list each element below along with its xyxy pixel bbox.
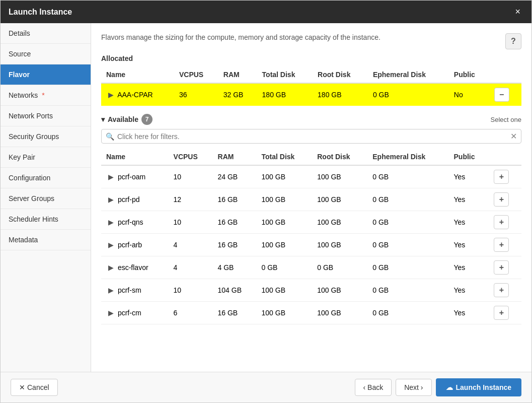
- col-header-vcpus: VCPUS: [174, 66, 218, 83]
- avail-row-total-disk: 100 GB: [257, 165, 313, 188]
- sidebar-item-details[interactable]: Details: [1, 23, 91, 44]
- footer-right: ‹ Back Next › ☁ Launch Instance: [355, 378, 522, 396]
- col-header-public: Public: [449, 66, 489, 83]
- sidebar-item-server-groups[interactable]: Server Groups: [1, 188, 91, 209]
- available-count-badge: 7: [141, 114, 153, 125]
- available-table-row: ▶ esc-flavor 4 4 GB 0 GB 0 GB 0 GB Yes +: [101, 256, 521, 279]
- close-button[interactable]: ×: [512, 6, 523, 18]
- avail-col-action: [489, 149, 521, 165]
- add-flavor-button[interactable]: +: [494, 170, 509, 184]
- avail-col-ram: RAM: [213, 149, 257, 165]
- main-content: Flavors manage the sizing for the comput…: [91, 23, 531, 372]
- available-left: ▾ Available 7: [101, 114, 153, 125]
- add-flavor-button[interactable]: +: [494, 192, 509, 207]
- avail-row-action: +: [489, 302, 521, 324]
- row-name: AAA-CPAR: [117, 91, 153, 99]
- avail-expand-cell: ▶ esc-flavor: [101, 256, 169, 279]
- row-vcpus: 36: [174, 83, 218, 106]
- avail-row-root-disk: 100 GB: [312, 188, 367, 211]
- filter-bar: 🔍 ✕: [101, 129, 521, 144]
- sidebar-item-configuration[interactable]: Configuration: [1, 168, 91, 188]
- expand-avail-row-button[interactable]: ▶: [106, 286, 116, 294]
- avail-row-total-disk: 100 GB: [257, 234, 313, 256]
- clear-filter-icon[interactable]: ✕: [510, 131, 517, 141]
- sidebar-item-source[interactable]: Source: [1, 44, 91, 64]
- allocated-table: Name VCPUS RAM Total Disk Root Disk Ephe…: [101, 66, 521, 106]
- sidebar-item-networks[interactable]: Networks *: [1, 85, 91, 106]
- sidebar-item-scheduler-hints[interactable]: Scheduler Hints: [1, 209, 91, 230]
- avail-row-public: Yes: [449, 211, 489, 234]
- avail-row-total-disk: 100 GB: [257, 302, 313, 324]
- available-header: ▾ Available 7 Select one: [101, 114, 521, 125]
- avail-row-ephemeral-disk: 0 GB: [367, 188, 448, 211]
- help-button[interactable]: ?: [505, 33, 521, 49]
- expand-cell: ▶ AAA-CPAR: [101, 83, 174, 106]
- launch-instance-modal: Launch Instance × Details Source Flavor …: [0, 0, 532, 403]
- avail-expand-cell: ▶ pcrf-sm: [101, 279, 169, 302]
- row-total-disk: 180 GB: [257, 83, 313, 106]
- avail-row-vcpus: 4: [169, 256, 213, 279]
- col-header-name: Name: [101, 66, 174, 83]
- avail-row-public: Yes: [449, 256, 489, 279]
- sidebar-item-flavor[interactable]: Flavor: [1, 64, 91, 85]
- col-header-total-disk: Total Disk: [257, 66, 313, 83]
- expand-avail-row-button[interactable]: ▶: [106, 263, 116, 272]
- avail-row-root-disk: 100 GB: [312, 165, 367, 188]
- launch-button[interactable]: ☁ Launch Instance: [436, 378, 521, 396]
- add-flavor-button[interactable]: +: [494, 306, 509, 320]
- required-indicator: *: [42, 91, 44, 99]
- add-flavor-button[interactable]: +: [494, 215, 509, 229]
- cancel-label: Cancel: [27, 383, 49, 391]
- avail-expand-cell: ▶ pcrf-cm: [101, 302, 169, 324]
- expand-avail-row-button[interactable]: ▶: [106, 173, 116, 181]
- next-button[interactable]: Next ›: [396, 379, 431, 396]
- available-table-row: ▶ pcrf-qns 10 16 GB 100 GB 100 GB 0 GB Y…: [101, 211, 521, 234]
- avail-row-vcpus: 12: [169, 188, 213, 211]
- cancel-button[interactable]: ✕ Cancel: [11, 379, 58, 396]
- avail-row-ephemeral-disk: 0 GB: [367, 165, 448, 188]
- expand-avail-row-button[interactable]: ▶: [106, 309, 116, 317]
- avail-row-ephemeral-disk: 0 GB: [367, 279, 448, 302]
- expand-avail-row-button[interactable]: ▶: [106, 218, 116, 226]
- avail-col-public: Public: [449, 149, 489, 165]
- avail-row-action: +: [489, 234, 521, 256]
- launch-label: Launch Instance: [456, 383, 511, 391]
- row-ephemeral-disk: 0 GB: [368, 83, 449, 106]
- avail-row-action: +: [489, 188, 521, 211]
- avail-row-ephemeral-disk: 0 GB: [367, 211, 448, 234]
- back-button[interactable]: ‹ Back: [355, 379, 392, 396]
- avail-row-ram: 16 GB: [213, 234, 257, 256]
- filter-input[interactable]: [117, 132, 510, 141]
- available-table: Name VCPUS RAM Total Disk Root Disk Ephe…: [101, 149, 521, 324]
- avail-row-action: +: [489, 256, 521, 279]
- expand-avail-row-button[interactable]: ▶: [106, 195, 116, 204]
- expand-avail-row-button[interactable]: ▶: [106, 241, 116, 249]
- avail-row-vcpus: 10: [169, 279, 213, 302]
- add-flavor-button[interactable]: +: [494, 260, 509, 275]
- sidebar-item-metadata[interactable]: Metadata: [1, 230, 91, 250]
- available-table-row: ▶ pcrf-cm 6 16 GB 100 GB 100 GB 0 GB Yes…: [101, 302, 521, 324]
- col-header-action: [489, 66, 521, 83]
- col-header-ram: RAM: [218, 66, 257, 83]
- avail-row-ephemeral-disk: 0 GB: [367, 256, 448, 279]
- row-root-disk: 180 GB: [313, 83, 368, 106]
- sidebar-item-network-ports[interactable]: Network Ports: [1, 106, 91, 126]
- available-label: Available: [108, 115, 138, 123]
- avail-row-ram: 16 GB: [213, 302, 257, 324]
- avail-row-ram: 24 GB: [213, 165, 257, 188]
- avail-row-ephemeral-disk: 0 GB: [367, 234, 448, 256]
- avail-col-name: Name: [101, 149, 169, 165]
- sidebar-item-key-pair[interactable]: Key Pair: [1, 147, 91, 168]
- sidebar: Details Source Flavor Networks * Network…: [1, 23, 91, 372]
- avail-row-root-disk: 100 GB: [312, 211, 367, 234]
- add-flavor-button[interactable]: +: [494, 238, 509, 252]
- avail-row-public: Yes: [449, 302, 489, 324]
- add-flavor-button[interactable]: +: [494, 283, 509, 297]
- row-public: No: [449, 83, 489, 106]
- avail-row-name: pcrf-qns: [118, 218, 143, 226]
- avail-row-vcpus: 10: [169, 211, 213, 234]
- remove-flavor-button[interactable]: −: [494, 88, 509, 102]
- avail-row-action: +: [489, 165, 521, 188]
- expand-row-button[interactable]: ▶: [106, 91, 116, 99]
- sidebar-item-security-groups[interactable]: Security Groups: [1, 126, 91, 147]
